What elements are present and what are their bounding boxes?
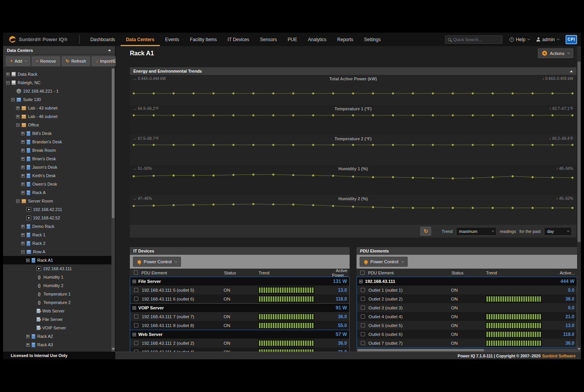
tree-item-rack-a3[interactable]: +Rack A3 <box>3 341 111 349</box>
tree-item-bill-s-desk[interactable]: +Bill's Desk <box>3 129 111 138</box>
expand-icon[interactable]: + <box>6 73 10 76</box>
time-range-select[interactable]: day <box>544 227 572 236</box>
expand-icon[interactable]: + <box>21 174 25 178</box>
collapse-group-icon[interactable]: − <box>133 333 136 336</box>
expand-icon[interactable]: + <box>16 115 20 118</box>
horizontal-scrollbar[interactable] <box>357 349 577 352</box>
collapse-icon[interactable]: − <box>21 250 25 254</box>
search-input[interactable] <box>453 37 499 42</box>
refresh-trend-button[interactable]: ↻ <box>420 227 431 236</box>
expand-icon[interactable]: + <box>21 242 25 245</box>
row-checkbox[interactable] <box>361 314 365 319</box>
expand-icon[interactable]: + <box>21 132 25 135</box>
scroll-down-button[interactable] <box>577 346 581 352</box>
table-row[interactable]: 192.168.43.111 6 (outlet 6)ON118.0 <box>130 294 349 303</box>
actions-button[interactable]: Actions <box>538 48 573 58</box>
tree-item-lab-46-subnet[interactable]: +Lab - 46 subnet <box>3 112 111 121</box>
collapse-icon[interactable] <box>570 70 573 72</box>
collapse-icon[interactable]: − <box>16 123 20 127</box>
row-checkbox[interactable] <box>134 323 138 327</box>
tree-item-suite-130[interactable]: −Suite 130 <box>3 95 111 104</box>
expand-icon[interactable]: + <box>21 183 25 186</box>
tree-item-keith-s-desk[interactable]: +Keith's Desk <box>3 171 111 180</box>
tree-item-192-168-42-52[interactable]: 192.168.42.52 <box>3 214 111 222</box>
tree-item-web-server[interactable]: Web Server <box>3 307 111 315</box>
table-row[interactable]: Outlet 2 (outlet 2)ON36.0 <box>357 294 577 303</box>
nav-item-analytics[interactable]: Analytics <box>303 33 332 46</box>
table-row[interactable]: Outlet 6 (outlet 6)ON118.0 <box>357 330 577 339</box>
nav-item-sensors[interactable]: Sensors <box>255 33 282 46</box>
collapse-group-icon[interactable]: − <box>359 280 363 283</box>
group-header-row[interactable]: −Web Server57 W <box>130 330 349 339</box>
tree-item-rack-1[interactable]: +Rack 1 <box>3 231 111 239</box>
tree-item-row-a[interactable]: −Row A <box>3 247 111 256</box>
trends-panel-header[interactable]: Energy and Environmental Trends <box>130 67 576 75</box>
sunbird-software-link[interactable]: Sunbird Software <box>542 354 576 358</box>
cpi-logo[interactable]: CPI <box>566 35 577 44</box>
table-row[interactable]: Outlet 3 (outlet 3)ON0.0 <box>357 303 577 312</box>
table-row[interactable]: 192.168.43.111 5 (outlet 5)ON13.0 <box>130 286 349 294</box>
column-status[interactable]: Status <box>224 271 259 275</box>
table-row[interactable]: Outlet 7 (outlet 7)ON36.0 <box>357 339 577 347</box>
tree-item-file-server[interactable]: File Server <box>3 315 111 324</box>
scrollbar-thumb[interactable] <box>357 349 484 351</box>
tree-item-brian-s-desk[interactable]: +Brian's Desk <box>3 154 111 163</box>
nav-item-settings[interactable]: Settings <box>359 33 386 46</box>
collapse-icon[interactable]: − <box>11 98 15 101</box>
scrollbar-thumb[interactable] <box>112 68 114 218</box>
group-header-row[interactable]: −VOIP Server91 W <box>130 304 349 312</box>
table-row[interactable]: 192.168.43.111 4 (outlet 4)ON21.0 <box>130 347 349 352</box>
group-header-row[interactable]: −File Server131 W <box>130 277 349 286</box>
nav-item-reports[interactable]: Reports <box>332 33 359 46</box>
column-trend[interactable]: Trend <box>259 271 322 275</box>
table-row[interactable]: Outlet 4 (outlet 4)ON21.0 <box>357 312 577 321</box>
trend-type-select[interactable]: maximum <box>456 227 496 236</box>
row-checkbox[interactable] <box>134 288 138 292</box>
column-active-power[interactable]: Active... <box>549 271 577 275</box>
table-row[interactable]: Outlet 1 (outlet 1)ON0.0 <box>357 286 577 294</box>
nav-item-dashboards[interactable]: Dashboards <box>85 33 121 46</box>
collapse-icon[interactable]: − <box>16 199 20 203</box>
row-checkbox[interactable] <box>361 297 365 301</box>
refresh-button[interactable]: ↻ Refresh <box>62 56 90 66</box>
tree-item-rack-2[interactable]: +Rack 2 <box>3 239 111 247</box>
row-checkbox[interactable] <box>361 332 365 336</box>
group-header-row[interactable]: −192.168.43.111444 W <box>357 277 577 286</box>
tree-item-raleigh-nc[interactable]: −Raleigh, NC <box>3 78 111 87</box>
column-status[interactable]: Status <box>451 271 486 275</box>
table-row[interactable]: 192.168.43.111 7 (outlet 7)ON36.0 <box>130 312 349 321</box>
expand-icon[interactable]: + <box>26 335 30 338</box>
row-checkbox[interactable] <box>361 341 365 345</box>
row-checkbox[interactable] <box>361 323 365 327</box>
tree-item-humidity-1[interactable]: {}Humidity 1 <box>3 273 111 281</box>
row-checkbox[interactable] <box>134 341 138 345</box>
tree-item-192-168-43-111[interactable]: 192.168.43.111 <box>3 264 111 273</box>
expand-icon[interactable]: + <box>21 157 25 161</box>
nav-item-pue[interactable]: PUE <box>282 33 303 46</box>
collapse-group-icon[interactable]: − <box>133 306 136 310</box>
table-row[interactable]: 192.168.43.111 8 (outlet 8)ON55.0 <box>130 321 349 330</box>
tree-item-owen-s-desk[interactable]: +Owen's Desk <box>3 180 111 188</box>
tree-item-192-168-42-211[interactable]: 192.168.42.211 <box>3 205 111 214</box>
row-checkbox[interactable] <box>361 288 365 292</box>
tree-item-lab-43-subnet[interactable]: +Lab - 43 subnet <box>3 104 111 112</box>
nav-item-it-devices[interactable]: IT Devices <box>222 33 254 46</box>
tree-item-server-room[interactable]: −Server Room <box>3 197 111 205</box>
collapse-icon[interactable] <box>108 49 111 51</box>
table-row[interactable]: Outlet 5 (outlet 5)ON13.0 <box>357 321 577 330</box>
expand-icon[interactable]: + <box>21 149 25 152</box>
tree-item-humidity-2[interactable]: {}Humidity 2 <box>3 281 111 290</box>
sidebar-scrollbar[interactable] <box>111 68 115 352</box>
tree-item-rack-a2[interactable]: +Rack A2 <box>3 332 111 341</box>
expand-icon[interactable]: + <box>21 233 25 237</box>
expand-icon[interactable]: + <box>16 106 20 110</box>
collapse-group-icon[interactable]: − <box>133 280 136 283</box>
select-all-checkbox[interactable] <box>360 271 365 275</box>
expand-icon[interactable]: + <box>21 225 25 228</box>
tree-item-temperature-1[interactable]: {}Temperature 1 <box>3 290 111 298</box>
collapse-icon[interactable]: − <box>6 81 10 85</box>
expand-icon[interactable]: + <box>26 343 30 347</box>
nav-item-facility-items[interactable]: Facility Items <box>184 33 222 46</box>
tree-item-temperature-2[interactable]: {}Temperature 2 <box>3 298 111 307</box>
column-pdu-element[interactable]: PDU Element <box>368 271 451 275</box>
